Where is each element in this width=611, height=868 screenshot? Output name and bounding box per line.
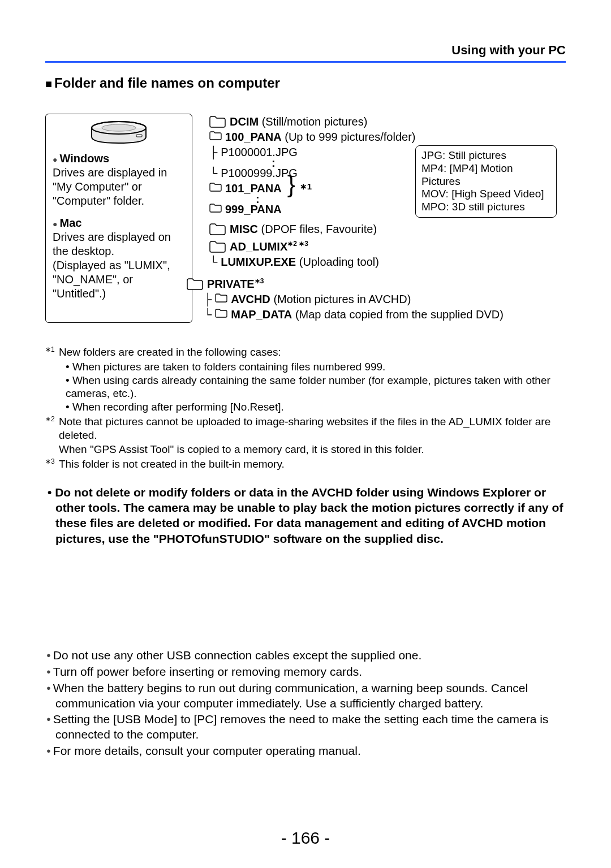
bottom-bullets: Do not use any other USB connection cabl… bbox=[45, 648, 566, 759]
page-title: Folder and file names on computer bbox=[45, 75, 566, 91]
section-header: Using with your PC bbox=[45, 43, 566, 58]
os-notes-box: Windows Drives are displayed in "My Comp… bbox=[45, 114, 192, 323]
tree-dcim: DCIM (Still/motion pictures) bbox=[209, 115, 566, 129]
folder-tree: DCIM (Still/motion pictures) 100_PANA (U… bbox=[209, 114, 566, 323]
folder-icon bbox=[209, 182, 222, 192]
folder-diagram: Windows Drives are displayed in "My Comp… bbox=[45, 114, 566, 323]
tree-adlumix: AD_LUMIX∗2 ∗3 bbox=[209, 240, 566, 254]
drive-icon bbox=[88, 120, 150, 147]
svg-point-2 bbox=[102, 124, 136, 131]
tree-misc: MISC (DPOF files, Favourite) bbox=[209, 222, 566, 236]
page-number: - 166 - bbox=[0, 828, 611, 848]
avchd-warning: Do not delete or modify folders or data … bbox=[55, 485, 566, 546]
folder-icon bbox=[209, 202, 222, 213]
filetype-legend: JPG: Still pictures MP4: [MP4] Motion Pi… bbox=[415, 145, 557, 218]
mac-heading: Mac bbox=[53, 216, 185, 230]
footnotes: ∗1New folders are created in the followi… bbox=[45, 346, 566, 471]
folder-icon bbox=[209, 130, 222, 140]
folder-icon bbox=[209, 240, 226, 253]
manual-page: Using with your PC Folder and file names… bbox=[0, 0, 611, 868]
mac-body: Drives are displayed on the desktop. (Di… bbox=[53, 230, 185, 301]
tree-100pana: 100_PANA (Up to 999 pictures/folder) bbox=[209, 130, 566, 144]
folder-icon bbox=[215, 292, 227, 303]
folder-icon bbox=[215, 308, 227, 318]
windows-note: Windows Drives are displayed in "My Comp… bbox=[53, 152, 185, 208]
folder-icon bbox=[209, 115, 226, 128]
windows-body: Drives are displayed in "My Computer" or… bbox=[53, 166, 185, 208]
mac-note: Mac Drives are displayed on the desktop.… bbox=[53, 216, 185, 301]
brace-icon: } bbox=[287, 178, 295, 190]
tree-avchd: ├ AVCHD (Motion pictures in AVCHD) bbox=[204, 292, 566, 306]
folder-icon bbox=[187, 277, 204, 291]
header-rule bbox=[45, 61, 566, 63]
svg-rect-3 bbox=[136, 135, 142, 137]
windows-heading: Windows bbox=[53, 152, 185, 166]
tree-private: PRIVATE∗3 bbox=[187, 277, 566, 291]
folder-icon bbox=[209, 222, 226, 236]
tree-mapdata: └ MAP_DATA (Map data copied from the sup… bbox=[204, 308, 566, 322]
tree-lumixup: └ LUMIXUP.EXE (Uploading tool) bbox=[209, 255, 566, 269]
